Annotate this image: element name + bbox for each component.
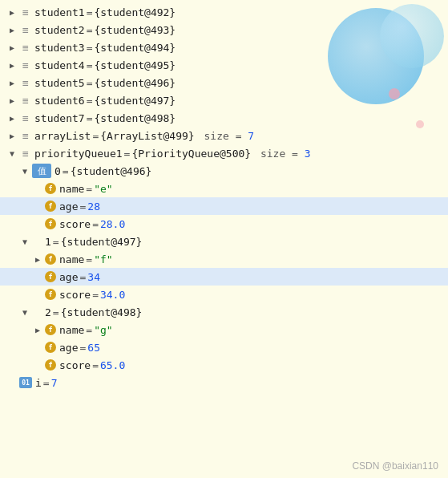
tree-row[interactable]: student3 = {student@494}	[0, 38, 448, 56]
field-value: 34.0	[100, 289, 125, 301]
field-value: "f"	[94, 253, 112, 265]
expand-arrow[interactable]	[32, 253, 43, 265]
expand-arrow[interactable]	[19, 306, 30, 318]
tree-row-highlighted: f age = 34	[0, 268, 448, 286]
field-label: age	[59, 342, 78, 354]
var-value: {student@492}	[94, 6, 176, 18]
field-value: 28.0	[100, 218, 125, 230]
expand-arrow[interactable]	[6, 148, 18, 159]
var-icon	[19, 59, 32, 71]
expand-arrow[interactable]	[32, 324, 43, 335]
expand-arrow[interactable]	[19, 236, 30, 247]
field-value: "e"	[94, 183, 112, 195]
field-icon: f	[45, 201, 56, 212]
field-value: 65.0	[100, 359, 125, 371]
watermark: CSDN @baixian110	[352, 460, 438, 472]
tree-row[interactable]: arrayList = {ArrayList@499} size = 7	[0, 127, 448, 144]
var-label: student7	[34, 112, 85, 124]
field-value: 28	[87, 201, 100, 213]
field-label: name	[59, 183, 84, 195]
field-label: name	[59, 324, 84, 336]
field-icon: f	[45, 218, 56, 229]
tree-row[interactable]: student5 = {student@496}	[0, 74, 448, 91]
expand-arrow[interactable]	[6, 95, 18, 106]
field-icon: f	[45, 342, 56, 353]
field-icon: f	[45, 271, 56, 282]
var-label: student5	[34, 77, 85, 89]
var-value: {student@493}	[94, 24, 176, 36]
var-icon	[19, 148, 32, 159]
field-label: age	[59, 201, 78, 213]
tree-row[interactable]: student6 = {student@497}	[0, 91, 448, 109]
field-label: name	[59, 253, 84, 265]
tree-row: f score = 34.0	[0, 286, 448, 303]
var-label: student3	[34, 42, 85, 54]
expand-arrow[interactable]	[6, 59, 18, 71]
tree-row-highlighted: f age = 28	[0, 197, 448, 215]
field-icon: f	[45, 324, 56, 335]
var-value: {student@497}	[94, 95, 176, 107]
tree-row[interactable]: student1 = {student@492}	[0, 3, 448, 21]
tree-row[interactable]: 1 = {student@497}	[0, 233, 448, 250]
var-label: student6	[34, 95, 85, 107]
expand-arrow[interactable]	[6, 24, 18, 35]
tree-row[interactable]: student2 = {student@493}	[0, 21, 448, 38]
var-value: {student@496}	[94, 77, 176, 89]
tree-row: f age = 65	[0, 338, 448, 356]
var-value: {student@497}	[61, 236, 143, 248]
size-value: 7	[241, 130, 254, 142]
index-label: 0	[54, 165, 61, 177]
field-icon: f	[45, 253, 56, 265]
var-icon	[19, 6, 32, 18]
tree-row[interactable]: 2 = {student@498}	[0, 303, 448, 321]
tree-row[interactable]: student7 = {student@498}	[0, 109, 448, 127]
tree-row: f score = 65.0	[0, 356, 448, 374]
var-icon	[19, 130, 32, 141]
var-icon	[19, 42, 32, 53]
field-icon: f	[45, 289, 56, 300]
var-label: student2	[34, 24, 85, 36]
index-label: 2	[45, 306, 51, 318]
expand-arrow[interactable]	[19, 165, 30, 176]
var-icon	[19, 95, 32, 106]
tree-row[interactable]: f name = "g"	[0, 321, 448, 338]
tree-row: 01 i = 7	[0, 374, 448, 391]
var-value: {student@498}	[61, 306, 143, 318]
tree-row: f name = "e"	[0, 180, 448, 197]
var-value: {student@495}	[94, 59, 176, 71]
expand-arrow[interactable]	[6, 130, 18, 141]
size-label: size =	[198, 130, 242, 142]
field-label: score	[59, 289, 91, 301]
size-label: size =	[254, 148, 298, 160]
field-value: "g"	[94, 324, 112, 336]
expand-arrow[interactable]	[6, 42, 18, 53]
size-value: 3	[298, 148, 311, 160]
field-icon: f	[45, 183, 56, 194]
field-label: age	[59, 271, 78, 283]
tree-row[interactable]: student4 = {student@495}	[0, 56, 448, 74]
field-label: score	[59, 359, 91, 371]
expand-arrow[interactable]	[6, 112, 18, 124]
tree-row[interactable]: f name = "f"	[0, 250, 448, 268]
var-icon	[19, 112, 32, 124]
var-label: student1	[34, 6, 85, 18]
debug-tree: student1 = {student@492} student2 = {stu…	[0, 0, 448, 395]
tree-row: f score = 28.0	[0, 215, 448, 233]
var-icon	[19, 24, 32, 35]
expand-arrow[interactable]	[6, 6, 18, 18]
field-label: score	[59, 218, 91, 230]
expand-arrow[interactable]	[6, 77, 18, 88]
field-value: 65	[87, 342, 100, 354]
tree-row[interactable]: 值 0 = {student@496}	[0, 162, 448, 180]
var-value: {student@494}	[94, 42, 176, 54]
var-value: {PriorityQueue@500}	[131, 148, 251, 160]
var-value: {student@496}	[71, 165, 152, 177]
field-icon: f	[45, 359, 56, 371]
tree-row[interactable]: priorityQueue1 = {PriorityQueue@500} siz…	[0, 144, 448, 162]
var-icon	[19, 77, 32, 88]
var-value: 7	[51, 377, 58, 389]
value-badge: 值	[32, 164, 51, 178]
var-value: {student@498}	[94, 112, 176, 124]
var-label: i	[35, 377, 42, 389]
var-label: student4	[34, 59, 85, 71]
